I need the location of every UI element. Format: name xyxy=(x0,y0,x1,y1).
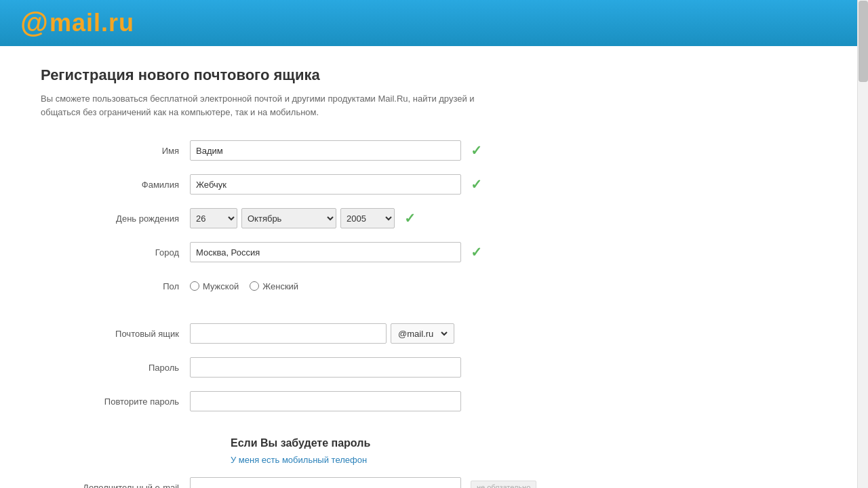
gender-male-option[interactable]: Мужской xyxy=(190,281,239,291)
mailbox-row: Почтовый ящик @mail.ru @inbox.ru @list.r… xyxy=(81,322,624,345)
phone-link[interactable]: У меня есть мобильный телефон xyxy=(231,455,624,465)
additional-email-field: не обязательно xyxy=(190,477,624,488)
password-row: Пароль xyxy=(81,356,624,379)
optional-badge: не обязательно xyxy=(471,481,536,488)
additional-email-label: Дополнительный e-mail xyxy=(81,483,190,489)
password-input[interactable] xyxy=(190,357,461,378)
name-label: Имя xyxy=(81,146,190,156)
scrollbar-thumb[interactable] xyxy=(859,1,868,82)
logo-at-symbol: @ xyxy=(20,7,48,39)
logo-brand-name: mail.ru xyxy=(50,9,134,37)
birthday-field: 26 Октябрь 2005 ✓ xyxy=(190,208,624,228)
birthday-label: День рождения xyxy=(81,214,190,224)
birthday-row: День рождения 26 Октябрь 2005 ✓ xyxy=(81,207,624,230)
confirm-password-label: Повторите пароль xyxy=(81,396,190,407)
registration-form: Имя ✓ Фамилия ✓ День рождения 26 xyxy=(81,139,624,488)
surname-field: ✓ xyxy=(190,174,624,195)
city-label: Город xyxy=(81,247,190,258)
name-input[interactable] xyxy=(190,140,461,161)
email-box: @mail.ru @inbox.ru @list.ru @bk.ru xyxy=(190,323,454,344)
surname-row: Фамилия ✓ xyxy=(81,173,624,196)
header: @ mail.ru xyxy=(0,0,868,46)
gender-group: Мужской Женский xyxy=(190,281,298,291)
confirm-password-field xyxy=(190,391,624,411)
main-content: Регистрация нового почтового ящика Вы см… xyxy=(0,46,868,488)
domain-select[interactable]: @mail.ru @inbox.ru @list.ru @bk.ru xyxy=(395,328,450,340)
password-field xyxy=(190,357,624,378)
scrollbar[interactable] xyxy=(857,0,868,488)
password-recovery-section: Если Вы забудете пароль У меня есть моби… xyxy=(81,437,624,465)
city-row: Город ✓ xyxy=(81,241,624,264)
gender-female-option[interactable]: Женский xyxy=(250,281,298,291)
birthday-checkmark: ✓ xyxy=(404,210,416,226)
name-field: ✓ xyxy=(190,140,624,161)
gender-female-label: Женский xyxy=(262,281,298,291)
logo: @ mail.ru xyxy=(20,7,134,39)
birthday-month-select[interactable]: Октябрь xyxy=(241,208,336,228)
additional-email-row: Дополнительный e-mail не обязательно xyxy=(81,476,624,488)
confirm-password-row: Повторите пароль xyxy=(81,390,624,413)
confirm-password-input[interactable] xyxy=(190,391,461,411)
gender-male-label: Мужской xyxy=(203,281,239,291)
surname-input[interactable] xyxy=(190,174,461,195)
mailbox-input[interactable] xyxy=(190,323,387,344)
password-recovery-heading: Если Вы забудете пароль xyxy=(231,437,624,449)
additional-email-input[interactable] xyxy=(190,477,461,488)
city-input[interactable] xyxy=(190,242,461,262)
name-row: Имя ✓ xyxy=(81,139,624,162)
birthday-year-select[interactable]: 2005 xyxy=(340,208,395,228)
mailbox-field: @mail.ru @inbox.ru @list.ru @bk.ru xyxy=(190,323,624,344)
birthday-selects: 26 Октябрь 2005 xyxy=(190,208,395,228)
gender-male-radio[interactable] xyxy=(190,281,199,291)
city-checkmark: ✓ xyxy=(471,244,482,260)
mailbox-label: Почтовый ящик xyxy=(81,329,190,339)
gender-female-radio[interactable] xyxy=(250,281,259,291)
surname-checkmark: ✓ xyxy=(471,176,482,192)
birthday-day-select[interactable]: 26 xyxy=(190,208,237,228)
email-domain-selector[interactable]: @mail.ru @inbox.ru @list.ru @bk.ru xyxy=(391,323,454,344)
gender-field: Мужской Женский xyxy=(190,281,624,291)
city-field: ✓ xyxy=(190,242,624,262)
gender-row: Пол Мужской Женский xyxy=(81,274,624,298)
gender-label: Пол xyxy=(81,281,190,291)
name-checkmark: ✓ xyxy=(471,142,482,159)
password-label: Пароль xyxy=(81,363,190,373)
surname-label: Фамилия xyxy=(81,180,190,190)
page-title: Регистрация нового почтового ящика xyxy=(41,66,827,84)
page-subtitle: Вы сможете пользоваться бесплатной элект… xyxy=(41,92,515,119)
